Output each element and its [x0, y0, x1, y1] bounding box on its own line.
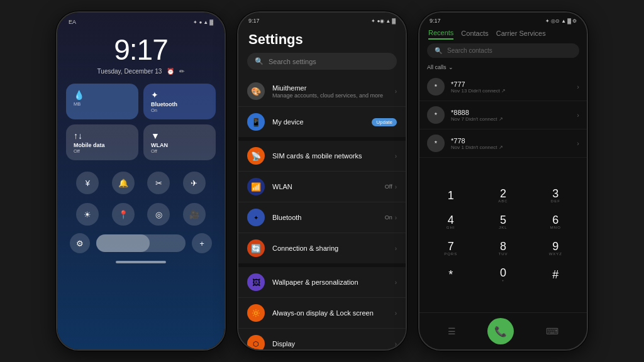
battery-icon: ▓ — [209, 19, 213, 25]
status-bar-1: EA ✦ ● ▲ ▓ — [57, 13, 225, 28]
focus-icon[interactable]: ◎ — [147, 203, 170, 226]
dial-key-3[interactable]: 3 DEF — [531, 184, 580, 207]
dial-key-8[interactable]: 8 TUV — [478, 236, 528, 260]
settings-item-aod[interactable]: 🔆 Always-on display & Lock screen › — [238, 297, 406, 328]
battery-icon-3: ▓ — [567, 18, 571, 24]
contacts-search[interactable]: 🔍 Search contacts — [427, 43, 579, 58]
calls-filter[interactable]: All calls ⌄ — [419, 63, 587, 73]
search-bar[interactable]: 🔍 Search settings — [247, 53, 397, 70]
miuithemer-sub: Manage accounts, cloud services, and mor… — [272, 92, 387, 99]
bt-icon-3: ✦ — [545, 18, 550, 24]
bluetooth-status: On › — [385, 214, 397, 221]
tile-1[interactable]: 💧 MB — [66, 84, 138, 119]
tab-contacts[interactable]: Contacts — [461, 30, 488, 39]
settings-icon[interactable]: ⚙ — [70, 233, 90, 253]
bottom-row: ⚙ + — [57, 229, 225, 257]
chevron-icon-8: › — [395, 341, 397, 348]
call-list: * *777 Nov 13 Didn't connect ↗ › * *8888… — [419, 73, 587, 158]
wlan-status: Off › — [385, 184, 397, 190]
plus-icon[interactable]: + — [192, 233, 212, 253]
dial-key-6[interactable]: 6 MNO — [531, 210, 580, 234]
dial-key-hash[interactable]: # — [531, 263, 580, 287]
yen-icon[interactable]: ¥ — [76, 172, 99, 194]
call-content-1: *8888 Nov 7 Didn't connect ↗ — [451, 109, 570, 122]
bell-icon[interactable]: 🔔 — [112, 172, 135, 194]
wlan-settings-content: WLAN — [272, 183, 377, 190]
tab-recents[interactable]: Recents — [428, 29, 453, 40]
settings-item-wlan[interactable]: 📶 WLAN Off › — [238, 171, 406, 202]
location-icon[interactable]: 📍 — [112, 203, 135, 226]
tile-mobile-data[interactable]: ↑↓ Mobile data Off — [66, 124, 138, 160]
settings-item-mydevice[interactable]: 📱 My device Update — [238, 106, 406, 137]
tile-bluetooth[interactable]: ✦ Bluetooth On — [143, 84, 216, 119]
call-button[interactable]: 📞 — [487, 318, 514, 344]
settings-item-miuithemer[interactable]: 🎨 Miuithemer Manage accounts, cloud serv… — [238, 76, 406, 106]
wlan-icon: ▼ — [151, 131, 208, 141]
camera-icon[interactable]: 🎥 — [183, 203, 206, 226]
dial-key-star[interactable]: * — [426, 263, 475, 287]
dialpad: 1 2 ABC 3 DEF 4 GHI 5 JKL — [419, 158, 587, 312]
status-left: EA — [69, 19, 76, 25]
miuithemer-content: Miuithemer Manage accounts, cloud servic… — [272, 84, 387, 99]
menu-icon[interactable]: ☰ — [448, 326, 456, 336]
settings-item-wallpaper[interactable]: 🖼 Wallpaper & personalization › — [238, 267, 406, 297]
tile-wlan[interactable]: ▼ WLAN Off — [143, 124, 216, 160]
dialpad-icon[interactable]: ⌨ — [546, 326, 558, 336]
wlan-sub: Off — [151, 148, 208, 154]
signal-icon-3: ◎⊙ — [551, 18, 560, 24]
scissors-icon[interactable]: ✂ — [147, 172, 170, 194]
brightness-slider[interactable] — [96, 234, 186, 252]
call-item-2[interactable]: * *778 Nov 1 Didn't connect ↗ › — [419, 129, 587, 158]
settings-item-connection[interactable]: 🔄 Connection & sharing › — [238, 233, 406, 263]
battery-status-icon: ▓ — [392, 18, 396, 24]
brightness-icon[interactable]: ☀ — [76, 203, 99, 226]
dial-key-5[interactable]: 5 JKL — [478, 210, 528, 234]
tab-carrier[interactable]: Carrier Services — [496, 30, 546, 39]
settings-item-sim[interactable]: 📡 SIM cards & mobile networks › — [238, 141, 406, 171]
dial-key-0[interactable]: 0 + — [478, 263, 528, 287]
wallpaper-content: Wallpaper & personalization — [272, 278, 387, 286]
bluetooth-settings-content: Bluetooth — [272, 214, 377, 221]
settings-item-display[interactable]: ⬡ Display › — [238, 328, 406, 349]
dial-grid: 1 2 ABC 3 DEF 4 GHI 5 JKL — [426, 184, 580, 287]
call-chevron-0: › — [577, 83, 579, 90]
airplane-icon[interactable]: ✈ — [183, 172, 206, 194]
gear-small-icon: ⚙ — [572, 18, 577, 24]
slider-fill — [96, 234, 150, 252]
alarm-icon: ⏰ — [167, 68, 174, 75]
status-icons-2: ✦ ●◉ ▲ ▓ — [371, 18, 396, 24]
call-item-1[interactable]: * *8888 Nov 7 Didn't connect ↗ › — [419, 101, 587, 129]
call-number-2: *778 — [451, 137, 570, 145]
bt-label: Bluetooth — [151, 101, 208, 107]
dial-key-7[interactable]: 7 PQRS — [426, 236, 475, 260]
bluetooth-settings-icon: ✦ — [247, 209, 265, 226]
mydevice-label: My device — [272, 118, 364, 126]
chevron-icon-6: › — [395, 279, 397, 286]
call-content-0: *777 Nov 13 Didn't connect ↗ — [451, 80, 570, 94]
data-label: Mobile data — [74, 142, 131, 148]
settings-item-bluetooth[interactable]: ✦ Bluetooth On › — [238, 202, 406, 233]
dial-key-4[interactable]: 4 GHI — [426, 210, 475, 234]
icon-row-2: ☀ 📍 ◎ 🎥 — [57, 200, 225, 228]
chevron-icon-7: › — [395, 310, 397, 317]
call-chevron-1: › — [577, 111, 579, 119]
settings-screen: 9:17 ✦ ●◉ ▲ ▓ Settings 🔍 Search settings… — [238, 13, 406, 349]
wifi-status-icon: ▲ — [386, 18, 391, 24]
home-indicator[interactable] — [116, 261, 166, 263]
call-item-0[interactable]: * *777 Nov 13 Didn't connect ↗ › — [419, 73, 587, 101]
status-time-2: 9:17 — [248, 18, 260, 24]
call-chevron-2: › — [577, 140, 579, 147]
miuithemer-icon: 🎨 — [247, 82, 265, 100]
status-bar-3: 9:17 ✦ ◎⊙ ▲ ▓ ⚙ — [419, 13, 587, 25]
dial-key-1[interactable]: 1 — [426, 184, 475, 207]
display-content: Display — [272, 340, 387, 348]
dial-key-9[interactable]: 9 WXYZ — [531, 236, 580, 260]
mydevice-icon: 📱 — [247, 113, 265, 131]
search-placeholder: Search settings — [269, 58, 316, 65]
dial-key-2[interactable]: 2 ABC — [478, 184, 528, 207]
connection-label: Connection & sharing — [272, 244, 387, 252]
chevron-icon-3: › — [395, 184, 397, 190]
search-icon: 🔍 — [255, 57, 264, 65]
connection-icon: 🔄 — [247, 239, 265, 257]
sim-label: SIM cards & mobile networks — [272, 152, 387, 160]
